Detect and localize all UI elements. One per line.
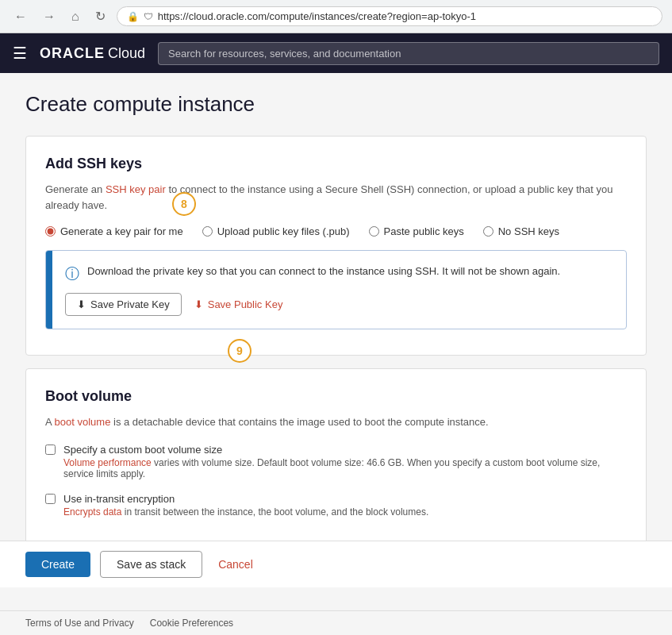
custom-boot-size-group: Specify a custom boot volume size Volume… — [45, 443, 627, 479]
save-as-stack-button[interactable]: Save as stack — [100, 551, 202, 578]
radio-generate[interactable]: Generate a key pair for me — [45, 225, 183, 237]
save-public-key-link[interactable]: ⬇ Save Public Key — [194, 298, 283, 310]
logo-oracle: ORACLE — [40, 45, 105, 62]
header-search-input[interactable] — [158, 42, 659, 65]
app-header: ☰ ORACLE Cloud — [0, 33, 672, 73]
step-9-indicator: 9 — [228, 339, 252, 363]
custom-boot-size-content: Specify a custom boot volume size Volume… — [63, 443, 627, 479]
cancel-button[interactable]: Cancel — [212, 552, 259, 577]
info-box-content: ⓘ Download the private key so that you c… — [52, 251, 626, 329]
boot-volume-link[interactable]: boot volume — [55, 416, 111, 428]
download-private-icon: ⬇ — [77, 298, 86, 310]
info-actions: ⬇ Save Private Key ⬇ Save Public Key — [65, 293, 613, 316]
terms-link[interactable]: Terms of Use and Privacy — [25, 618, 134, 626]
boot-volume-card: Boot volume A boot volume is a detachabl… — [25, 368, 647, 550]
boot-description: A boot volume is a detachable device tha… — [45, 414, 627, 430]
save-private-key-button[interactable]: ⬇ Save Private Key — [65, 293, 182, 316]
oracle-logo: ORACLE Cloud — [40, 45, 145, 62]
security-icon: 🔒 — [127, 11, 139, 22]
radio-none-input[interactable] — [483, 226, 493, 237]
info-message: Download the private key so that you can… — [87, 264, 560, 279]
custom-boot-size-option: Specify a custom boot volume size Volume… — [45, 443, 627, 479]
custom-boot-size-checkbox[interactable] — [45, 444, 56, 455]
transit-encryption-checkbox[interactable] — [45, 494, 56, 504]
info-box-header: ⓘ Download the private key so that you c… — [65, 264, 613, 283]
radio-none[interactable]: No SSH keys — [483, 225, 559, 237]
browser-chrome: ← → ⌂ ↻ 🔒 🛡 https://cloud.oracle.com/com… — [0, 0, 672, 33]
radio-paste-input[interactable] — [369, 226, 379, 237]
ssh-radio-group: Generate a key pair for me Upload public… — [45, 225, 627, 237]
ssh-info-box: ⓘ Download the private key so that you c… — [45, 250, 627, 329]
ssh-description: Generate an SSH key pair to connect to t… — [45, 182, 627, 213]
footer-action-bar: Create Save as stack Cancel — [0, 541, 672, 587]
download-public-icon: ⬇ — [194, 298, 203, 310]
transit-encryption-content: Use in-transit encryption Encrypts data … — [63, 492, 428, 518]
url-text: https://cloud.oracle.com/compute/instanc… — [158, 10, 476, 22]
refresh-button[interactable]: ↻ — [90, 7, 110, 25]
ssh-keys-card: Add SSH keys Generate an SSH key pair to… — [25, 136, 647, 356]
ssh-card-title: Add SSH keys — [45, 156, 627, 172]
transit-encryption-group: Use in-transit encryption Encrypts data … — [45, 492, 627, 518]
radio-none-label: No SSH keys — [498, 225, 559, 237]
radio-upload-label: Upload public key files (.pub) — [217, 225, 350, 237]
transit-encryption-sub: Encrypts data in transit between the ins… — [63, 506, 428, 518]
cookie-preferences-link[interactable]: Cookie Preferences — [150, 618, 233, 626]
page-title: Create compute instance — [25, 92, 647, 117]
forward-button[interactable]: → — [38, 8, 60, 25]
radio-upload[interactable]: Upload public key files (.pub) — [202, 225, 350, 237]
address-bar[interactable]: 🔒 🛡 https://cloud.oracle.com/compute/ins… — [117, 6, 662, 26]
radio-paste[interactable]: Paste public keys — [369, 225, 464, 237]
transit-encryption-label[interactable]: Use in-transit encryption — [63, 493, 175, 505]
save-public-key-label: Save Public Key — [208, 298, 283, 310]
radio-paste-label: Paste public keys — [384, 225, 464, 237]
radio-generate-label: Generate a key pair for me — [60, 225, 183, 237]
encrypts-data-link[interactable]: Encrypts data — [63, 506, 121, 518]
volume-performance-link[interactable]: Volume performance — [63, 457, 152, 468]
shield-icon: 🛡 — [144, 11, 153, 22]
home-button[interactable]: ⌂ — [67, 8, 84, 25]
hamburger-menu[interactable]: ☰ — [13, 44, 27, 63]
custom-boot-size-label[interactable]: Specify a custom boot volume size — [63, 444, 222, 456]
create-button[interactable]: Create — [25, 552, 90, 577]
back-button[interactable]: ← — [10, 8, 32, 25]
logo-cloud: Cloud — [108, 45, 145, 62]
radio-generate-input[interactable] — [45, 226, 56, 237]
boot-card-title: Boot volume — [45, 388, 627, 405]
save-private-key-label: Save Private Key — [90, 298, 170, 310]
transit-encryption-option: Use in-transit encryption Encrypts data … — [45, 492, 627, 518]
radio-upload-input[interactable] — [202, 226, 213, 237]
page-footer: Terms of Use and Privacy Cookie Preferen… — [0, 610, 672, 626]
browser-nav: ← → ⌂ ↻ 🔒 🛡 https://cloud.oracle.com/com… — [0, 0, 672, 33]
custom-boot-size-sub: Volume performance varies with volume si… — [63, 457, 627, 479]
step-8-indicator: 8 — [172, 192, 196, 216]
ssh-key-pair-link[interactable]: SSH key pair — [106, 183, 166, 195]
info-circle-icon: ⓘ — [65, 264, 79, 283]
info-box-stripe — [46, 251, 52, 329]
